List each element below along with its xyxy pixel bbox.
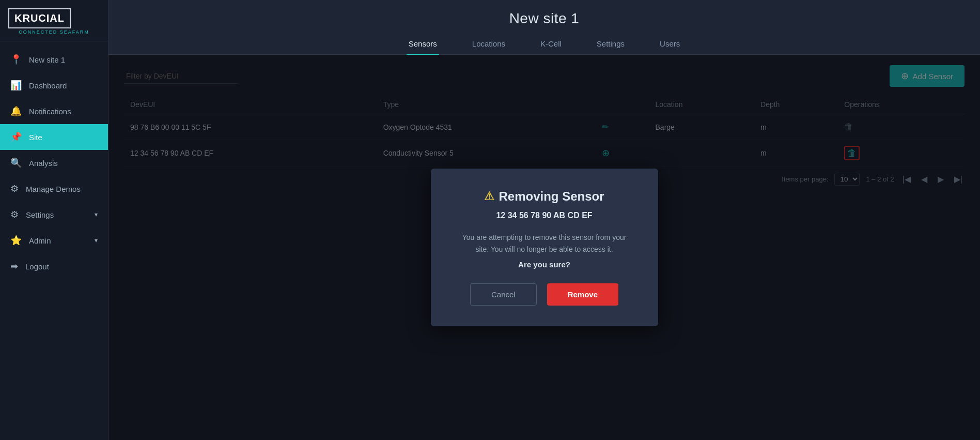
modal-title-text: Removing Sensor <box>499 189 604 204</box>
sidebar-item-settings[interactable]: ⚙ Settings ▾ <box>0 202 108 227</box>
sidebar-item-label: Logout <box>25 262 49 271</box>
remove-sensor-modal: ⚠ Removing Sensor 12 34 56 78 90 AB CD E… <box>431 169 658 326</box>
logout-icon: ➡ <box>10 261 18 272</box>
chevron-down-icon: ▾ <box>95 237 98 244</box>
content-area: ⊕ Add Sensor DevEUI Type Location Depth … <box>108 55 980 440</box>
sidebar-item-label: Manage Demos <box>26 185 81 193</box>
location-pin-icon: 📍 <box>10 54 22 65</box>
modal-description: You are attempting to remove this sensor… <box>457 232 632 255</box>
sidebar-item-site[interactable]: 📌 Site <box>0 124 108 150</box>
page-title: New site 1 <box>108 10 980 27</box>
admin-icon: ⭐ <box>10 235 22 246</box>
dashboard-icon: 📊 <box>10 80 22 91</box>
sidebar-item-label: Site <box>29 133 42 142</box>
tab-users[interactable]: Users <box>658 35 682 54</box>
logo-area: KRUCIAL CONNECTED SEAFARM <box>0 0 108 41</box>
sidebar-item-label: Analysis <box>29 159 58 168</box>
sidebar-item-analysis[interactable]: 🔍 Analysis <box>0 150 108 176</box>
remove-button[interactable]: Remove <box>547 283 618 306</box>
sidebar-item-dashboard[interactable]: 📊 Dashboard <box>0 72 108 98</box>
sidebar-item-label: Admin <box>29 236 51 245</box>
sidebar-item-label: Dashboard <box>29 81 67 90</box>
tab-settings[interactable]: Settings <box>595 35 627 54</box>
manage-demos-icon: ⚙ <box>10 183 19 194</box>
settings-icon: ⚙ <box>10 209 19 220</box>
sidebar-item-label: Notifications <box>29 107 71 116</box>
sidebar-item-admin[interactable]: ⭐ Admin ▾ <box>0 227 108 253</box>
chevron-down-icon: ▾ <box>95 211 98 218</box>
sidebar: KRUCIAL CONNECTED SEAFARM 📍 New site 1 📊… <box>0 0 108 440</box>
sidebar-item-notifications[interactable]: 🔔 Notifications <box>0 98 108 124</box>
tab-kcell[interactable]: K-Cell <box>538 35 564 54</box>
tab-locations[interactable]: Locations <box>470 35 507 54</box>
modal-overlay: ⚠ Removing Sensor 12 34 56 78 90 AB CD E… <box>108 55 980 440</box>
logo: KRUCIAL <box>8 8 71 28</box>
sidebar-item-new-site[interactable]: 📍 New site 1 <box>0 47 108 72</box>
sidebar-item-label: Settings <box>26 210 54 219</box>
modal-deveui: 12 34 56 78 90 AB CD EF <box>457 211 632 220</box>
main-content: New site 1 Sensors Locations K-Cell Sett… <box>108 0 980 440</box>
tab-sensors[interactable]: Sensors <box>407 35 439 54</box>
sidebar-item-logout[interactable]: ➡ Logout <box>0 253 108 279</box>
site-pin-icon: 📌 <box>10 131 22 143</box>
sidebar-item-label: New site 1 <box>29 55 65 64</box>
sidebar-item-manage-demos[interactable]: ⚙ Manage Demos <box>0 176 108 202</box>
modal-title: ⚠ Removing Sensor <box>457 189 632 204</box>
page-header: New site 1 Sensors Locations K-Cell Sett… <box>108 0 980 55</box>
modal-confirm-text: Are you sure? <box>457 260 632 269</box>
bell-icon: 🔔 <box>10 105 22 117</box>
nav-items: 📍 New site 1 📊 Dashboard 🔔 Notifications… <box>0 41 108 440</box>
warning-icon: ⚠ <box>484 190 494 203</box>
modal-actions: Cancel Remove <box>457 283 632 306</box>
analysis-icon: 🔍 <box>10 157 22 169</box>
logo-subtitle: CONNECTED SEAFARM <box>8 29 100 35</box>
cancel-button[interactable]: Cancel <box>470 283 537 306</box>
tabs: Sensors Locations K-Cell Settings Users <box>108 35 980 55</box>
